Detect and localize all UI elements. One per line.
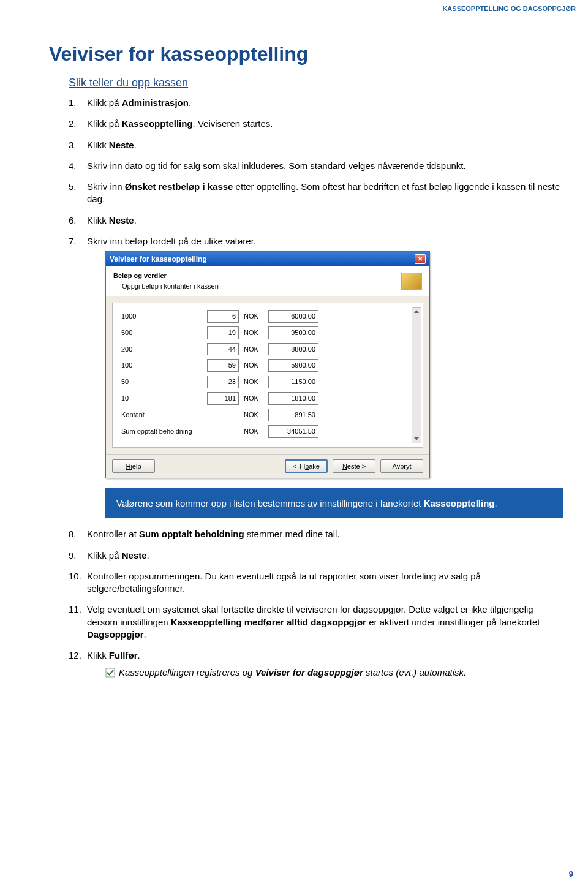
page-title: Veiviser for kasseopptelling (49, 43, 564, 66)
back-button[interactable]: < Tilbake (285, 459, 328, 474)
result-line: Kasseopptellingen registreres og Veivise… (105, 666, 564, 679)
qty-input[interactable]: 44 (207, 343, 239, 356)
cancel-button[interactable]: Avbryt (380, 459, 423, 474)
qty-input[interactable]: 6 (207, 310, 239, 323)
scrollbar[interactable] (412, 307, 421, 443)
amount-input[interactable]: 1150,00 (268, 376, 318, 388)
wizard-body: 1000 6 NOK 6000,00 500 19 NOK 9500,00 (112, 303, 423, 448)
step-3: Klikk Neste. (69, 139, 564, 151)
step-10: Kontroller oppsummeringen. Du kan eventu… (69, 570, 564, 595)
wizard-title: Veiviser for kasseopptelling (110, 254, 207, 264)
table-row-sum: Sum opptalt beholdning NOK 34051,50 (119, 423, 417, 440)
page-number: 9 (569, 869, 573, 878)
wizard-dialog: Veiviser for kasseopptelling ✕ Beløp og … (105, 251, 430, 478)
step-6: Klikk Neste. (69, 214, 564, 227)
table-row: 1000 6 NOK 6000,00 (119, 308, 417, 325)
qty-input[interactable]: 181 (207, 392, 239, 405)
checkmark-icon (105, 668, 115, 678)
amount-input[interactable]: 6000,00 (268, 310, 318, 323)
table-row: 10 181 NOK 1810,00 (119, 390, 417, 407)
help-button[interactable]: Hjelp (112, 459, 155, 474)
amount-input[interactable]: 5900,00 (268, 359, 318, 372)
wizard-footer: Hjelp < Tilbake Neste > Avbryt (106, 454, 429, 478)
wizard-header-icon (401, 273, 422, 290)
step-9: Klikk på Neste. (69, 549, 564, 562)
table-row: 50 23 NOK 1150,00 (119, 374, 417, 390)
wizard-header-title: Beløp og verdier (113, 271, 219, 281)
sum-output: 34051,50 (268, 425, 318, 438)
wizard-header-sub: Oppgi beløp i kontanter i kassen (122, 282, 219, 291)
wizard-titlebar: Veiviser for kasseopptelling ✕ (106, 252, 429, 266)
step-11: Velg eventuelt om systemet skal fortsett… (69, 603, 564, 641)
amount-input[interactable]: 8800,00 (268, 343, 318, 356)
step-12: Klikk Fullfør. Kasseopptellingen registr… (69, 649, 564, 679)
table-row: 100 59 NOK 5900,00 (119, 357, 417, 374)
header-divider (12, 15, 576, 15)
step-1: Klikk på Administrasjon. (69, 97, 564, 109)
qty-input[interactable]: 19 (207, 326, 239, 339)
qty-input[interactable]: 59 (207, 359, 239, 372)
table-row: 200 44 NOK 8800,00 (119, 341, 417, 358)
footer-divider (12, 866, 576, 866)
qty-input[interactable]: 23 (207, 376, 239, 388)
table-row: Kontant NOK 891,50 (119, 407, 417, 423)
amount-input[interactable]: 9500,00 (268, 326, 318, 339)
wizard-header: Beløp og verdier Oppgi beløp i kontanter… (106, 266, 429, 296)
amount-input[interactable]: 1810,00 (268, 392, 318, 405)
subheading: Slik teller du opp kassen (69, 77, 564, 89)
table-row: 500 19 NOK 9500,00 (119, 325, 417, 341)
step-2: Klikk på Kasseopptelling. Veiviseren sta… (69, 118, 564, 130)
step-7: Skriv inn beløp fordelt på de ulike valø… (69, 235, 564, 519)
next-button[interactable]: Neste > (333, 459, 375, 474)
step-5: Skriv inn Ønsket restbeløp i kasse etter… (69, 181, 564, 206)
amount-input[interactable]: 891,50 (268, 409, 318, 421)
denomination-table: 1000 6 NOK 6000,00 500 19 NOK 9500,00 (119, 308, 417, 440)
info-note: Valørene som kommer opp i listen bestemm… (105, 488, 564, 518)
content-area: Veiviser for kasseopptelling Slik teller… (49, 43, 564, 688)
close-icon[interactable]: ✕ (415, 254, 426, 264)
step-8: Kontroller at Sum opptalt beholdning ste… (69, 528, 564, 540)
page-header: KASSEOPPTELLING OG DAGSOPPGJØR (442, 5, 576, 12)
steps-list: Klikk på Administrasjon. Klikk på Kasseo… (69, 97, 564, 679)
step-4: Skriv inn dato og tid for salg som skal … (69, 160, 564, 172)
